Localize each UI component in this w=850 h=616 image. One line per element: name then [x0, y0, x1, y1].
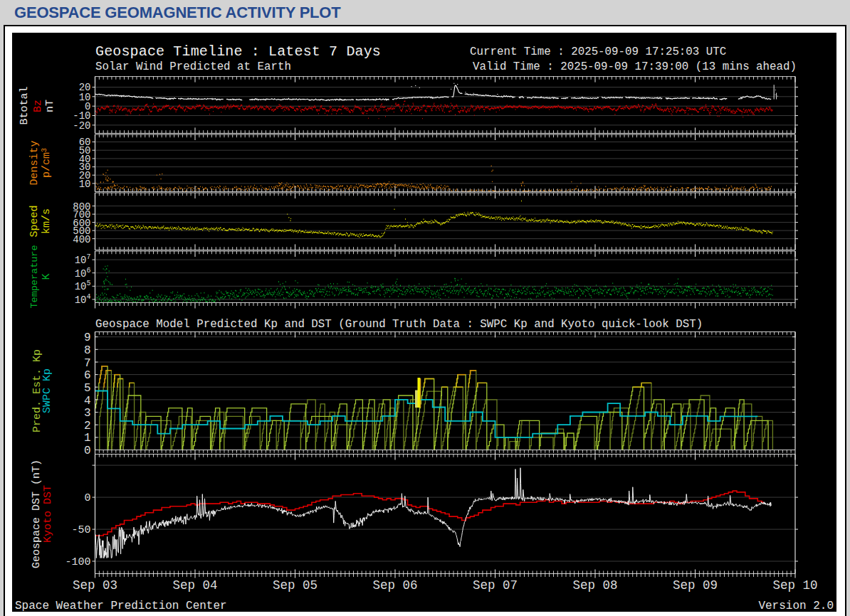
svg-text:Geospace Model Predicted Kp an: Geospace Model Predicted Kp and DST (Gro…	[95, 318, 703, 331]
svg-text:SWPC Kp: SWPC Kp	[41, 368, 53, 413]
svg-text:400: 400	[73, 234, 90, 245]
svg-text:Current Time : 2025-09-09 17:2: Current Time : 2025-09-09 17:25:03 UTC	[470, 46, 726, 58]
svg-text:Temperature: Temperature	[29, 245, 40, 308]
svg-text:6: 6	[84, 369, 91, 382]
svg-text:8: 8	[84, 344, 91, 357]
svg-text:km/s: km/s	[41, 208, 53, 234]
svg-text:-20: -20	[73, 120, 90, 132]
svg-text:Valid Time : 2025-09-09 17:39:: Valid Time : 2025-09-09 17:39:00 (13 min…	[473, 60, 797, 73]
svg-text:p/cm3: p/cm3	[41, 148, 53, 178]
svg-text:Version 2.0: Version 2.0	[758, 600, 834, 612]
svg-text:1: 1	[84, 432, 91, 445]
svg-text:Solar Wind Predicted at Earth: Solar Wind Predicted at Earth	[95, 60, 291, 73]
svg-text:Sep 05: Sep 05	[273, 578, 318, 593]
svg-text:Geospace DST (nT): Geospace DST (nT)	[31, 460, 43, 568]
svg-text:2: 2	[84, 420, 91, 432]
svg-text:Space Weather Prediction Cente: Space Weather Prediction Center	[15, 600, 227, 612]
svg-text:-50: -50	[71, 524, 90, 536]
svg-text:Sep 09: Sep 09	[673, 578, 718, 593]
svg-text:Density: Density	[28, 140, 41, 185]
svg-text:10: 10	[79, 179, 91, 190]
svg-text:Btotal: Btotal	[19, 86, 31, 124]
svg-text:4: 4	[84, 395, 91, 408]
svg-text:Bz: Bz	[32, 100, 44, 112]
svg-text:0: 0	[84, 492, 90, 504]
svg-text:Kyoto DST: Kyoto DST	[42, 485, 54, 543]
svg-text:Sep 08: Sep 08	[572, 578, 617, 593]
svg-text:Sep 10: Sep 10	[772, 578, 817, 593]
svg-text:Sep 07: Sep 07	[473, 578, 518, 593]
svg-text:9: 9	[84, 331, 91, 344]
svg-text:3: 3	[84, 407, 91, 420]
svg-text:Speed: Speed	[28, 205, 41, 237]
svg-text:Sep 03: Sep 03	[73, 578, 117, 593]
svg-text:7: 7	[84, 357, 91, 370]
svg-text:Sep 06: Sep 06	[372, 578, 417, 593]
svg-text:Geospace Timeline : Latest 7 D: Geospace Timeline : Latest 7 Days	[95, 43, 381, 60]
svg-text:0: 0	[84, 445, 91, 457]
svg-text:-100: -100	[65, 556, 90, 568]
svg-text:5: 5	[84, 382, 91, 395]
svg-text:Sep 04: Sep 04	[172, 578, 217, 593]
svg-text:K: K	[41, 273, 53, 280]
svg-text:nT: nT	[44, 100, 56, 112]
